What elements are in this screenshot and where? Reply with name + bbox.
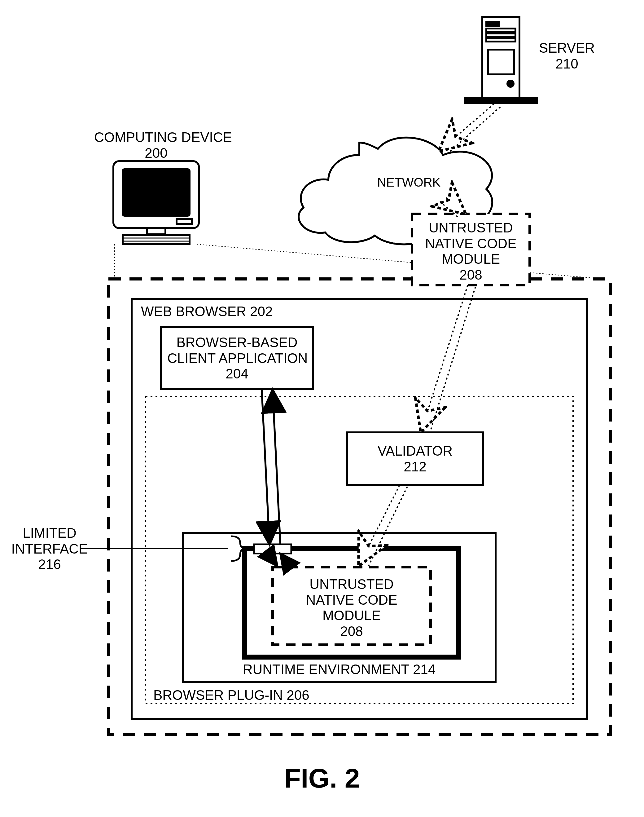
svg-rect-13 [147, 228, 166, 234]
arrow-untrusted-to-validator [421, 285, 468, 431]
svg-rect-12 [176, 219, 192, 224]
arrow-client-to-interface [262, 390, 270, 544]
validator-label: VALIDATOR 212 [353, 443, 477, 475]
arrow-interface-to-client [273, 390, 281, 544]
server-icon [465, 17, 537, 103]
svg-line-1 [197, 244, 604, 279]
svg-rect-7 [486, 38, 515, 41]
web-browser-label: WEB BROWSER 202 [141, 304, 273, 319]
plugin-label: BROWSER PLUG-IN 206 [153, 688, 310, 703]
svg-rect-6 [486, 34, 515, 37]
svg-point-9 [508, 81, 514, 87]
svg-rect-4 [486, 22, 499, 26]
svg-rect-11 [123, 169, 190, 216]
computer-icon [113, 161, 199, 244]
svg-rect-8 [488, 49, 514, 74]
diagram-stage: COMPUTING DEVICE 200 SERVER 210 NETWORK … [0, 0, 644, 817]
limited-interface-label: LIMITED INTERFACE 216 [9, 525, 90, 573]
computing-device-label: COMPUTING DEVICE 200 [94, 129, 218, 161]
arrow-server-to-cloud [440, 104, 494, 150]
untrusted-top-label: UNTRUSTED NATIVE CODE MODULE 208 [418, 220, 523, 283]
svg-rect-3 [465, 98, 537, 103]
server-label: SERVER 210 [527, 40, 607, 72]
network-label: NETWORK [365, 175, 452, 189]
figure-label: FIG. 2 [0, 762, 644, 794]
svg-rect-5 [486, 29, 515, 32]
limited-interface-port [254, 544, 291, 554]
svg-line-18 [448, 107, 500, 154]
client-app-label: BROWSER-BASED CLIENT APPLICATION 204 [167, 335, 307, 382]
diagram-svg [0, 0, 644, 817]
untrusted-inner-label: UNTRUSTED NATIVE CODE MODULE 208 [279, 576, 425, 639]
svg-rect-14 [123, 235, 190, 244]
svg-line-20 [430, 287, 475, 432]
runtime-env-label: RUNTIME ENVIRONMENT 214 [189, 662, 489, 677]
